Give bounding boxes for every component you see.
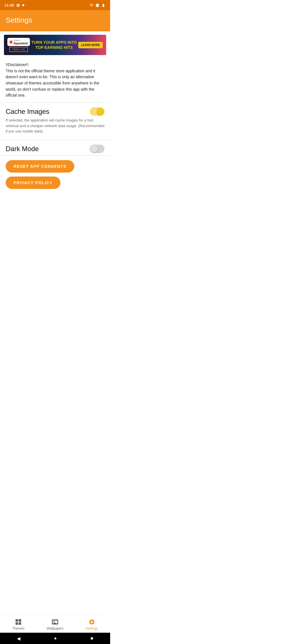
cache-images-description: If selected, the application will cache … — [6, 118, 104, 138]
ad-logo-area: Stack Appodeal TEST AD — [7, 38, 30, 52]
privacy-policy-button[interactable]: PRIVACY POLICY — [6, 177, 60, 189]
cache-images-label: Cache Images — [6, 108, 49, 116]
time-display: 11:40 — [5, 3, 14, 7]
dark-mode-toggle[interactable] — [90, 145, 104, 153]
reset-consents-button[interactable]: RESET APP CONSENTS — [6, 160, 74, 173]
status-bar: 11:40 — [0, 0, 110, 10]
ad-headline: TURN YOUR APPS INTO TOP EARNING HITS — [30, 40, 78, 50]
ad-play-icon — [10, 41, 12, 43]
ad-test-label: TEST AD — [9, 47, 28, 52]
page-title: Settings — [6, 16, 104, 25]
dark-mode-thumb — [90, 145, 98, 153]
app-header: Settings — [0, 10, 110, 31]
dark-mode-label: Dark Mode — [6, 145, 39, 153]
disclaimer-text: !!Disclaimer!! This is not the official … — [0, 58, 110, 103]
battery-icon — [101, 3, 106, 8]
settings-status-icon — [16, 3, 20, 7]
cache-images-header: Cache Images — [6, 107, 104, 116]
status-left: 11:40 — [5, 3, 24, 7]
cache-images-setting: Cache Images If selected, the applicatio… — [0, 103, 110, 140]
notification-dot — [22, 4, 24, 6]
dark-mode-setting: Dark Mode — [0, 140, 110, 155]
ad-banner[interactable]: Stack Appodeal TEST AD TURN YOUR APPS IN… — [4, 35, 106, 55]
signal-icon — [95, 3, 99, 8]
status-right — [89, 3, 106, 8]
content-area: Stack Appodeal TEST AD TURN YOUR APPS IN… — [0, 35, 110, 195]
wifi-icon — [89, 3, 94, 8]
dark-mode-header: Dark Mode — [6, 145, 104, 153]
ad-logo-box: Stack Appodeal — [7, 38, 30, 46]
cache-images-thumb — [97, 108, 104, 115]
buttons-section: RESET APP CONSENTS PRIVACY POLICY — [0, 156, 110, 195]
ad-cta-button[interactable]: LEARN MORE — [78, 42, 103, 48]
cache-images-toggle[interactable] — [90, 107, 104, 116]
